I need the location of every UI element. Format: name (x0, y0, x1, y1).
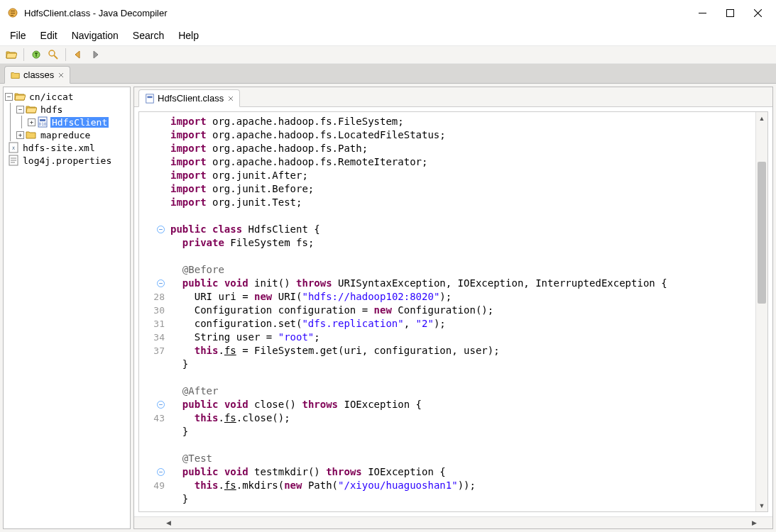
tree-node-hdfs[interactable]: − hdfs (5, 103, 129, 116)
close-tab-icon[interactable] (58, 72, 64, 78)
gutter: − − 28 30 31 34 37 − 43 − 49 (139, 112, 168, 511)
maximize-button[interactable] (726, 9, 734, 17)
minimize-button[interactable] (699, 9, 706, 17)
vertical-scrollbar[interactable]: ▲ ▼ (755, 112, 767, 511)
fold-minus-icon[interactable]: − (157, 468, 165, 476)
open-file-icon[interactable] (4, 48, 18, 62)
editor-tab-bar: HdfsClient.class (134, 87, 772, 107)
toolbar-separator (23, 48, 24, 61)
line-number: 31 (153, 318, 165, 329)
editor-tab-hdfsclient[interactable]: HdfsClient.class (138, 89, 240, 107)
menu-search[interactable]: Search (127, 27, 170, 44)
menu-navigation[interactable]: Navigation (66, 27, 124, 44)
content-area: − cn/iccat − hdfs + 010 HdfsClient + map (0, 84, 776, 532)
tree-node-hdfsclient[interactable]: + 010 HdfsClient (5, 116, 129, 128)
project-tab-label: classes (23, 70, 54, 80)
code-area[interactable]: import org.apache.hadoop.fs.FileSystem; … (168, 112, 755, 511)
svg-rect-12 (148, 96, 153, 98)
search-icon[interactable] (46, 48, 60, 62)
editor-viewport: − − 28 30 31 34 37 − 43 − 49 (138, 111, 768, 512)
editor-panel: HdfsClient.class − − 28 30 (133, 87, 773, 529)
project-tab-classes[interactable]: classes (4, 66, 70, 84)
svg-rect-11 (146, 94, 154, 102)
folder-icon (11, 70, 21, 80)
tree-label: log4j.properties (21, 155, 113, 166)
menu-bar: File Edit Navigation Search Help (0, 26, 776, 45)
scroll-right-icon[interactable]: ▶ (748, 519, 760, 526)
class-file-icon: 010 (37, 116, 48, 128)
expand-icon[interactable]: + (28, 118, 35, 126)
expand-icon[interactable]: + (16, 131, 24, 139)
forward-icon[interactable] (88, 48, 102, 62)
class-file-icon (145, 94, 155, 104)
svg-rect-1 (699, 13, 706, 13)
scroll-up-icon[interactable]: ▲ (756, 112, 767, 124)
xml-file-icon: X (8, 142, 19, 153)
tree-label: hdfs (39, 104, 64, 115)
tree: − cn/iccat − hdfs + 010 HdfsClient + map (4, 87, 130, 170)
window-controls (699, 9, 762, 17)
tree-node-root[interactable]: − cn/iccat (5, 90, 129, 103)
tree-label: HdfsClient (50, 117, 109, 128)
menu-edit[interactable]: Edit (35, 27, 63, 44)
collapse-icon[interactable]: − (16, 106, 24, 113)
line-number: 43 (153, 413, 165, 423)
menu-help[interactable]: Help (173, 27, 204, 44)
svg-text:X: X (12, 145, 15, 150)
back-icon[interactable] (71, 48, 85, 62)
tree-node-site-xml[interactable]: X hdfs-site.xml (5, 141, 129, 154)
tree-label: mapreduce (39, 130, 92, 140)
app-icon (7, 7, 18, 18)
editor-tab-label: HdfsClient.class (158, 93, 224, 104)
folder-open-icon (14, 91, 26, 102)
line-number: 30 (153, 305, 165, 316)
window-title: HdfsClient.class - Java Decompiler (24, 8, 699, 18)
line-number: 28 (153, 292, 165, 302)
tree-node-mapreduce[interactable]: + mapreduce (5, 128, 129, 141)
scroll-left-icon[interactable]: ◀ (163, 519, 175, 526)
project-tab-bar: classes (0, 64, 776, 84)
package-explorer[interactable]: − cn/iccat − hdfs + 010 HdfsClient + map (3, 87, 131, 529)
tree-label: hdfs-site.xml (21, 143, 97, 153)
line-number: 49 (153, 480, 165, 491)
line-number: 34 (153, 332, 165, 343)
title-bar: HdfsClient.class - Java Decompiler (0, 0, 776, 26)
tree-node-log4j[interactable]: log4j.properties (5, 154, 129, 167)
menu-file[interactable]: File (4, 27, 32, 44)
fold-minus-icon[interactable]: − (157, 226, 165, 233)
horizontal-scrollbar[interactable]: ◀ ▶ (134, 516, 772, 528)
close-tab-icon[interactable] (228, 96, 234, 101)
folder-icon (26, 129, 37, 140)
properties-file-icon (8, 155, 19, 166)
folder-open-icon (26, 104, 37, 115)
svg-text:010: 010 (39, 121, 47, 126)
scroll-down-icon[interactable]: ▼ (756, 499, 767, 511)
close-button[interactable] (754, 9, 762, 17)
line-number: 37 (153, 345, 165, 356)
toolbar-separator (65, 48, 66, 61)
svg-point-4 (49, 50, 55, 56)
scroll-thumb[interactable] (758, 162, 766, 304)
svg-rect-2 (727, 9, 734, 16)
toolbar (0, 45, 776, 64)
open-type-icon[interactable] (29, 48, 43, 62)
tree-label: cn/iccat (28, 92, 75, 102)
fold-minus-icon[interactable]: − (157, 401, 165, 409)
collapse-icon[interactable]: − (5, 93, 13, 101)
fold-minus-icon[interactable]: − (157, 279, 165, 287)
